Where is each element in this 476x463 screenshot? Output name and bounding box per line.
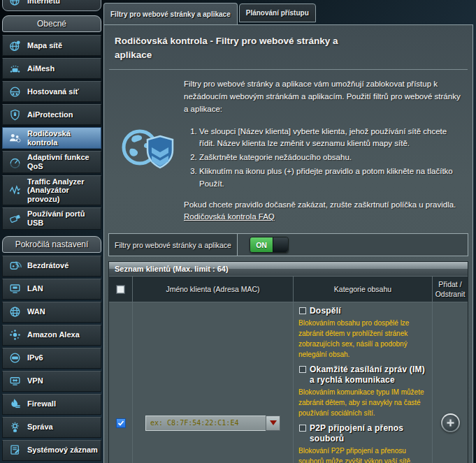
sidebar-item-label: Používání portů USB [27,210,98,227]
table-header-row: Jméno klienta (Adresa MAC) Kategorie obs… [109,276,468,302]
steps-list: Ve sloupci [Název klienta] vyberte klien… [184,126,463,191]
sidebar-item-label: Traffic Analyzer (Analyzátor provozu) [27,177,98,204]
header-client-name: Jméno klienta (Adresa MAC) [133,276,294,302]
table-title: Seznam klientů (Max. limit : 64) [109,262,468,276]
sidebar-item-aimesh[interactable]: AiMesh [2,58,101,79]
sidebar-item-ipv6[interactable]: IPv6 [2,348,101,369]
sidebar-item-wan[interactable]: WAN [2,302,101,323]
enable-filter-toggle[interactable]: ON [250,237,289,253]
sidebar-item-internet[interactable]: Internetu [2,0,101,11]
sidebar-item-guest-network[interactable]: Hostovaná síť [2,81,101,102]
intro-paragraph: Filtry pro webové stránky a aplikace vám… [184,78,463,115]
firewall-icon [6,397,24,411]
sidebar-item-label: Internetu [27,0,60,5]
add-rule-button[interactable] [441,413,460,432]
sidebar-item-qos[interactable]: Adaptivní funkce QoS [2,151,101,172]
vpn-icon [6,374,24,388]
guest-network-icon [6,85,24,98]
lan-icon [6,282,24,295]
category-im-checkbox[interactable] [299,366,306,373]
sidebar-item-label: Rodičovská kontrola [27,129,98,147]
content-category-cell: Dospělí Blokováním obsahu pro dospělé lz… [294,302,433,463]
sidebar-item-label: Amazon Alexa [27,330,80,339]
header-select-cell [109,276,133,302]
category-adult: Dospělí Blokováním obsahu pro dospělé lz… [298,306,426,360]
sidebar-item-aiprotection[interactable]: AiProtection [2,104,101,125]
mac-address-combo [145,416,280,431]
sidebar-item-label: Bezdrátové [27,261,68,270]
sidebar-item-label: Adaptivní funkce QoS [27,153,98,170]
tab-web-apps-filters[interactable]: Filtry pro webové stránky a aplikace [103,3,238,24]
sidebar-item-usb[interactable]: Používání portů USB [2,207,101,229]
sidebar-item-label: AiMesh [27,64,55,73]
add-delete-cell [433,302,468,463]
content-panel: Rodičovská kontrola - Filtry pro webové … [103,24,473,463]
step-1: Ve sloupci [Název klienta] vyberte klien… [199,126,463,151]
sidebar-item-traffic-analyzer[interactable]: Traffic Analyzer (Analyzátor provozu) [2,175,101,206]
sidebar-section-general: Obecné [2,15,101,32]
sidebar-item-vpn[interactable]: VPN [2,371,101,392]
sidebar-section-advanced: Pokročilá nastavení [2,236,101,253]
tab-time-scheduling[interactable]: Plánování přístupu [239,3,316,22]
wan-icon [6,305,24,318]
sidebar-item-system-log[interactable]: Systémový záznam [2,440,101,461]
enable-filter-row: Filtry pro webové stránky a aplikace ON [108,233,468,256]
step-3: Kliknutím na ikonu plus (+) přidejte pra… [199,166,463,191]
page-title: Rodičovská kontrola - Filtry pro webové … [104,25,377,68]
toggle-on-label: ON [250,237,273,252]
globe-shield-icon [111,78,184,223]
system-log-icon [6,443,24,457]
step-2: Zaškrtněte kategorie nežádoucího obsahu. [199,152,463,164]
shield-lock-icon [6,108,24,122]
mac-address-input[interactable] [145,416,266,431]
category-im: Okamžité zasílání zpráv (IM) a rychlá ko… [298,365,426,418]
table-row: Dospělí Blokováním obsahu pro dospělé lz… [109,302,468,463]
sidebar-item-administration[interactable]: Správa [2,417,101,438]
admin-gear-icon [6,420,24,434]
aimesh-icon [6,62,24,75]
category-p2p: P2P připojení a přenos souborů Blokování… [298,423,426,463]
client-name-cell [133,302,294,463]
row-checkbox[interactable] [116,418,126,428]
toggle-knob[interactable] [273,237,288,252]
usb-icon [6,212,24,226]
parental-control-icon [6,131,24,145]
sidebar-item-parental-controls[interactable]: Rodičovská kontrola [2,127,101,149]
sidebar-item-label: Mapa sítě [27,41,62,50]
enable-filter-label: Filtry pro webové stránky a aplikace [109,234,238,256]
sidebar-item-amazon-alexa[interactable]: Amazon Alexa [2,325,101,346]
sidebar-item-label: LAN [27,284,43,293]
internet-icon [6,0,24,7]
category-p2p-checkbox[interactable] [299,425,306,432]
sidebar: Internetu Obecné Mapa sítě AiMesh Hostov… [2,0,101,463]
client-list-table: Seznam klientů (Max. limit : 64) Jméno k… [108,261,468,463]
header-add-delete: Přidat / Odstranit [433,276,468,302]
sidebar-item-label: VPN [27,376,43,385]
sidebar-item-label: Firewall [27,399,56,409]
chevron-down-icon [270,420,277,425]
header-content-category: Kategorie obsahu [294,276,433,302]
main-content: Filtry pro webové stránky a aplikace Plá… [103,0,473,463]
sidebar-item-label: Správa [27,422,53,432]
network-map-icon [6,39,24,52]
tab-bar: Filtry pro webové stránky a aplikace Plá… [103,3,316,24]
gauge-icon [6,155,24,168]
select-all-checkbox[interactable] [116,285,125,294]
ipv6-icon [6,351,24,365]
sidebar-item-label: WAN [27,307,45,316]
sidebar-item-wireless[interactable]: Bezdrátové [2,256,101,277]
sidebar-item-label: AiProtection [27,110,73,119]
description-block: Filtry pro webové stránky a aplikace vám… [104,70,473,226]
sidebar-item-label: IPv6 [27,353,43,362]
category-adult-checkbox[interactable] [299,307,306,314]
sidebar-item-network-map[interactable]: Mapa sítě [2,35,101,56]
note-paragraph: Pokud chcete pravidlo dočasně zakázat, z… [184,199,463,212]
sidebar-item-label: Hostovaná síť [27,87,79,96]
parental-control-faq-link[interactable]: Rodičovská kontrola FAQ [184,212,275,221]
sidebar-item-lan[interactable]: LAN [2,279,101,300]
wireless-icon [6,259,24,272]
sidebar-item-firewall[interactable]: Firewall [2,394,101,415]
plus-icon [446,418,455,427]
client-dropdown-button[interactable] [266,416,280,431]
alexa-icon [6,328,24,341]
